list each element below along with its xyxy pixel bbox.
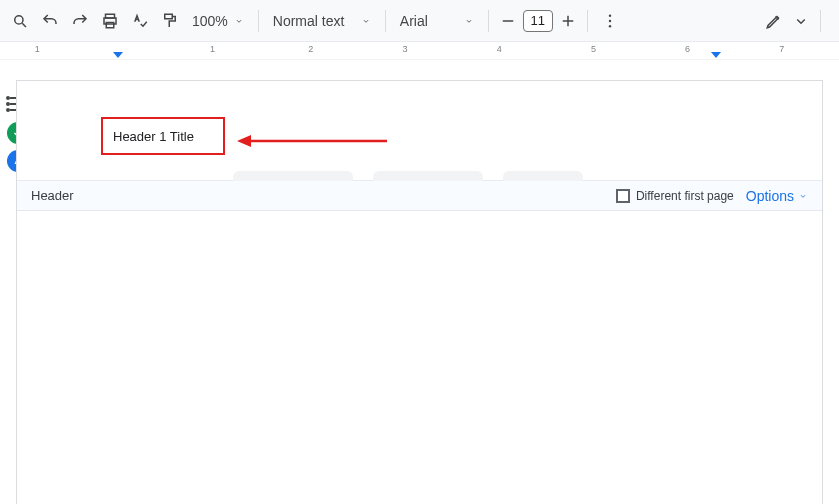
document-body[interactable] [17,211,822,504]
chevron-down-icon [361,16,371,26]
document-page: Header 1 Title Header Different first pa… [16,80,823,504]
undo-icon[interactable] [36,7,64,35]
editing-mode-group [760,7,833,35]
different-first-page-checkbox[interactable]: Different first page [616,189,734,203]
svg-point-11 [609,25,611,27]
font-family-dropdown[interactable]: Arial [394,7,480,35]
horizontal-ruler[interactable]: 1 1 2 3 4 5 6 7 [0,42,839,60]
toolbar: 100% Normal text Arial [0,0,839,42]
ruler-number: 3 [403,44,408,54]
separator [488,10,489,32]
faded-bar [373,171,483,181]
arrow-annotation-icon [237,134,387,148]
font-size-input[interactable] [523,10,553,32]
svg-marker-19 [237,135,251,147]
options-label: Options [746,188,794,204]
ruler-number: 4 [497,44,502,54]
ruler-number: 5 [591,44,596,54]
paragraph-style-value: Normal text [273,13,345,29]
spellcheck-icon[interactable] [126,7,154,35]
separator [385,10,386,32]
chevron-down-icon [464,16,474,26]
chevron-down-icon [234,16,244,26]
header-options-dropdown[interactable]: Options [746,188,808,204]
zoom-dropdown[interactable]: 100% [186,7,250,35]
svg-point-0 [15,15,23,23]
ruler-number: 6 [685,44,690,54]
svg-line-1 [22,23,26,27]
right-indent-marker[interactable] [711,52,721,58]
chevron-down-icon [798,191,808,201]
ruler-number: 1 [35,44,40,54]
editing-mode-chevron-icon[interactable] [792,7,810,35]
header-options-strip: Header Different first page Options [17,181,822,211]
different-first-page-label: Different first page [636,189,734,203]
print-icon[interactable] [96,7,124,35]
ruler-number: 1 [210,44,215,54]
redo-icon[interactable] [66,7,94,35]
ruler-number: 2 [308,44,313,54]
paragraph-style-dropdown[interactable]: Normal text [267,7,377,35]
search-icon[interactable] [6,7,34,35]
document-header-area[interactable]: Header 1 Title [17,81,822,181]
separator [258,10,259,32]
header-title-annotation-box: Header 1 Title [101,117,225,155]
pencil-icon[interactable] [760,7,788,35]
font-size-group [497,7,579,35]
faded-tabs [233,171,583,181]
paint-format-icon[interactable] [156,7,184,35]
svg-point-9 [609,14,611,16]
svg-point-16 [7,103,9,105]
workspace: Header 1 Title Header Different first pa… [0,60,839,504]
checkbox-icon [616,189,630,203]
svg-rect-5 [165,14,173,19]
left-indent-marker[interactable] [113,52,123,58]
increase-font-icon[interactable] [557,7,579,35]
faded-bar [233,171,353,181]
svg-point-15 [7,97,9,99]
ruler-number: 7 [779,44,784,54]
separator [587,10,588,32]
more-icon[interactable] [596,7,624,35]
font-family-value: Arial [400,13,428,29]
separator [820,10,821,32]
ruler-inner: 1 1 2 3 4 5 6 7 [16,42,835,59]
svg-point-17 [7,109,9,111]
zoom-value: 100% [192,13,228,29]
header-strip-label: Header [31,188,74,203]
decrease-font-icon[interactable] [497,7,519,35]
svg-point-10 [609,19,611,21]
header-title-text: Header 1 Title [113,129,194,144]
faded-bar [503,171,583,181]
